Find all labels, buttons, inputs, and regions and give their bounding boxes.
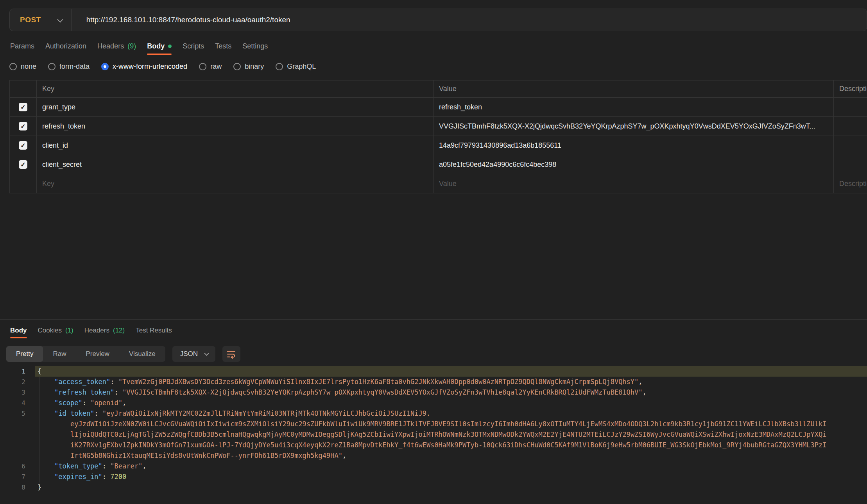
- language-select-label: JSON: [180, 350, 198, 358]
- method-select[interactable]: POST: [10, 9, 62, 31]
- url-input[interactable]: http://192.168.101.10:8847/herodotus-clo…: [86, 16, 290, 24]
- param-value-input-placeholder[interactable]: Value: [433, 174, 833, 193]
- param-key-cell[interactable]: grant_type: [36, 98, 433, 117]
- view-tab-visualize[interactable]: Visualize: [119, 346, 165, 362]
- response-tab-headers[interactable]: Headers(12): [81, 323, 129, 338]
- code-line: lIjoiQUdQTC0zLjAgTGljZW5zZWQgfCBDb3B5cml…: [0, 429, 867, 440]
- row-select-cell: [10, 174, 36, 193]
- line-number: 2: [0, 377, 35, 387]
- column-header-value: Value: [433, 80, 833, 98]
- code-line-text: "access_token": "TvemW2zGj0PBJdXBwsDY3Oc…: [35, 377, 867, 387]
- request-tab-authorization[interactable]: Authorization: [41, 38, 90, 55]
- code-token-s: IrtNG5b8NGhiz1XtauqME1siYds8vUtWnkCnPWoF…: [70, 452, 342, 459]
- code-token-p: :: [110, 378, 118, 386]
- checkbox-checked-icon[interactable]: ✓: [19, 141, 27, 150]
- code-line: 8}: [0, 482, 867, 493]
- radio-raw[interactable]: raw: [199, 63, 222, 71]
- radio-graphql[interactable]: GraphQL: [276, 63, 316, 71]
- radio-none[interactable]: none: [9, 63, 36, 71]
- column-header-description: Description: [833, 80, 867, 98]
- code-line: iK27RXv1gEXbv1ZpkINDkY3mOfGn71xumGOA-lPJ…: [0, 440, 867, 450]
- request-tab-params[interactable]: Params: [6, 38, 38, 55]
- request-tab-label: Body: [147, 42, 165, 50]
- line-number: [0, 419, 35, 429]
- view-tab-preview[interactable]: Preview: [76, 346, 119, 362]
- param-description-cell[interactable]: [833, 136, 867, 155]
- code-token-p: ,: [638, 378, 642, 386]
- checkbox-checked-icon[interactable]: ✓: [19, 160, 27, 169]
- radio-form-data[interactable]: form-data: [48, 63, 90, 71]
- language-select[interactable]: JSON: [172, 346, 215, 362]
- request-tab-count-badge: (9): [127, 42, 136, 50]
- row-select-cell: ✓: [10, 155, 36, 174]
- code-line-text: eyJzdWIiOiJzeXN0ZW0iLCJvcGVuaWQiOiIxIiwi…: [35, 419, 867, 429]
- code-line-text: "id_token": "eyJraWQiOiIxNjRkMTY2MC02ZmJ…: [35, 408, 867, 419]
- request-tab-label: Headers: [97, 42, 124, 50]
- request-tab-body[interactable]: Body: [143, 38, 176, 55]
- response-tab-count-badge: (1): [65, 327, 73, 334]
- view-tab-raw[interactable]: Raw: [43, 346, 76, 362]
- code-line: 4"scope": "openid",: [0, 398, 867, 408]
- param-value-cell[interactable]: a05fe1fc50ed42a4990c6c6fc4bec398: [433, 155, 833, 174]
- line-number: 5: [0, 408, 35, 419]
- request-tab-label: Scripts: [183, 42, 204, 50]
- code-token-p: }: [38, 483, 41, 491]
- code-token-p: :: [94, 409, 102, 417]
- code-token-k: "refresh_token": [54, 388, 115, 396]
- response-body-code[interactable]: 1{2"access_token": "TvemW2zGj0PBJdXBwsDY…: [0, 366, 867, 504]
- code-line: 5"id_token": "eyJraWQiOiIxNjRkMTY2MC02Zm…: [0, 408, 867, 419]
- radio-label: binary: [245, 63, 264, 71]
- param-key-input-placeholder[interactable]: Key: [36, 174, 433, 193]
- code-line-text: "scope": "openid",: [35, 398, 867, 408]
- param-value-cell[interactable]: refresh_token: [433, 98, 833, 117]
- radio-label: none: [21, 63, 36, 71]
- request-tab-label: Tests: [215, 42, 231, 50]
- param-description-cell[interactable]: [833, 98, 867, 117]
- request-tab-label: Authorization: [45, 42, 86, 50]
- radio-label: form-data: [59, 63, 90, 71]
- param-value-cell[interactable]: 14a9cf797931430896ad13a6b1855611: [433, 136, 833, 155]
- code-token-p: ,: [342, 452, 346, 459]
- code-token-p: :: [82, 399, 90, 407]
- line-number: 8: [0, 482, 35, 493]
- request-tab-scripts[interactable]: Scripts: [179, 38, 208, 55]
- request-tab-headers[interactable]: Headers(9): [93, 38, 140, 55]
- checkbox-checked-icon[interactable]: ✓: [19, 103, 27, 111]
- param-description-input-placeholder[interactable]: Description: [833, 174, 867, 193]
- code-token-s: "openid": [90, 399, 122, 407]
- checkbox-checked-icon[interactable]: ✓: [19, 122, 27, 130]
- code-line: 3"refresh_token": "VVGJIScTBmhF8tzk5XQX-…: [0, 387, 867, 398]
- view-tab-pretty[interactable]: Pretty: [6, 346, 43, 362]
- radio-x-www-form-urlencoded[interactable]: x-www-form-urlencoded: [101, 63, 187, 71]
- code-token-p: ,: [122, 399, 126, 407]
- response-tabs: BodyCookies(1)Headers(12)Test Results: [6, 323, 179, 338]
- response-view-switch: PrettyRawPreviewVisualize: [6, 346, 165, 362]
- param-key-cell[interactable]: refresh_token: [36, 117, 433, 136]
- radio-button-icon: [233, 63, 241, 70]
- response-tab-test-results[interactable]: Test Results: [132, 323, 176, 338]
- request-tab-settings[interactable]: Settings: [238, 38, 272, 55]
- param-value-cell[interactable]: VVGJIScTBmhF8tzk5XQX-X2jQjdwqcSvhB32YeYQ…: [433, 117, 833, 136]
- param-description-cell[interactable]: [833, 117, 867, 136]
- code-token-k: "id_token": [54, 409, 94, 417]
- row-select-cell: ✓: [10, 98, 36, 117]
- request-tab-tests[interactable]: Tests: [211, 38, 235, 55]
- code-token-s: "VVGJIScTBmhF8tzk5XQX-X2jQjdwqcSvhB32YeY…: [122, 388, 643, 396]
- code-line: 2"access_token": "TvemW2zGj0PBJdXBwsDY3O…: [0, 377, 867, 387]
- code-token-s: "eyJraWQiOiIxNjRkMTY2MC02ZmJlLTRiNmYtYmR…: [102, 409, 430, 417]
- line-number: 3: [0, 387, 35, 398]
- radio-button-icon: [199, 63, 206, 70]
- request-tabs: ParamsAuthorizationHeaders(9)BodyScripts…: [6, 38, 275, 55]
- code-token-p: ,: [643, 388, 647, 396]
- radio-binary[interactable]: binary: [233, 63, 264, 71]
- code-token-s: iK27RXv1gEXbv1ZpkINDkY3mOfGn71xumGOA-lPJ…: [70, 441, 826, 449]
- param-key-cell[interactable]: client_id: [36, 136, 433, 155]
- body-mode-radios: noneform-datax-www-form-urlencodedrawbin…: [9, 59, 316, 73]
- wrap-text-button[interactable]: [222, 346, 240, 362]
- param-key-cell[interactable]: client_secret: [36, 155, 433, 174]
- response-tab-body[interactable]: Body: [6, 323, 31, 338]
- request-tab-label: Params: [10, 42, 34, 50]
- param-description-cell[interactable]: [833, 155, 867, 174]
- code-token-k: "expires_in": [54, 473, 102, 481]
- response-tab-cookies[interactable]: Cookies(1): [34, 323, 77, 338]
